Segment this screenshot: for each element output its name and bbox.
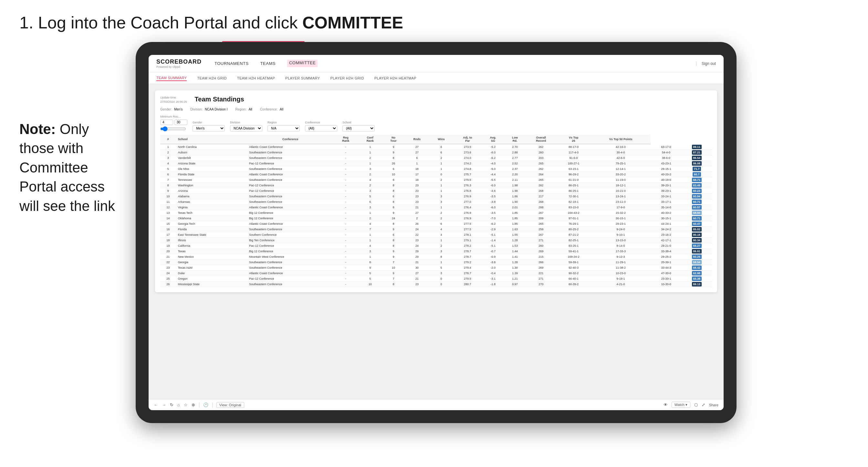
cell-record: 42-16-0	[591, 144, 651, 150]
cell-rank: 12	[160, 205, 176, 210]
toolbar-bookmark-icon[interactable]: ☆	[184, 402, 188, 407]
share-button[interactable]: Share	[709, 403, 718, 407]
cell-school: Alabama	[176, 194, 247, 199]
cell-adj-par: 278.2	[453, 243, 482, 249]
toolbar-plus-icon[interactable]: ⊕	[192, 402, 195, 407]
cell-wins: 2	[429, 243, 453, 249]
cell-vs50: 60.94	[682, 194, 712, 199]
cell-no-tour: 10	[382, 265, 404, 271]
cell-wins: 4	[429, 232, 453, 238]
subnav-player-h2h-grid[interactable]: PLAYER H2H GRID	[331, 75, 364, 81]
cell-overall: 59-39-1	[556, 260, 590, 265]
cell-avg-sg: 2.11	[504, 177, 526, 183]
cell-overall: 100-27-1	[556, 161, 590, 166]
nav-tournaments[interactable]: TOURNAMENTS	[215, 60, 249, 67]
subnav-team-h2h-grid[interactable]: TEAM H2H GRID	[197, 75, 226, 81]
cell-rank: 24	[160, 271, 176, 276]
cell-wins: 8	[429, 254, 453, 260]
cell-low-rd: 264	[526, 172, 556, 177]
cell-low-rd: 221	[526, 271, 556, 276]
cell-vs25: 63-17-0	[651, 144, 681, 150]
cell-low-rd: 266	[526, 260, 556, 265]
toolbar-reload-icon[interactable]: ↻	[170, 402, 174, 407]
gender-select[interactable]: Men's Women's	[192, 125, 225, 131]
cell-no-tour: 26	[382, 161, 404, 166]
cell-reg-rank: -	[334, 172, 358, 177]
toolbar-clock-icon[interactable]: 🕐	[203, 402, 208, 407]
cell-low-rd: 265	[526, 221, 556, 227]
table-row: 23 Texas A&M Southeastern Conference - 9…	[160, 265, 712, 271]
subnav-team-summary[interactable]: TEAM SUMMARY	[156, 75, 187, 81]
cell-record: 23-11-0	[591, 199, 651, 205]
cell-no-tour: 8	[382, 155, 404, 161]
nav-sign-out[interactable]: Sign out	[696, 61, 716, 66]
cell-vs25: 33-17-1	[651, 199, 681, 205]
cell-adj-par: 280.7	[453, 282, 482, 287]
cell-conference: Southeastern Conference	[247, 150, 334, 155]
table-row: 8 Washington Pac-12 Conference - 2 8 23 …	[160, 183, 712, 188]
toolbar-expand-icon[interactable]: ⤢	[702, 402, 705, 407]
table-row: 9 Arizona Pac-12 Conference - 3 8 23 1 2…	[160, 188, 712, 194]
cell-school: Georgia Tech	[176, 221, 247, 227]
cell-diff: -6.2	[482, 155, 504, 161]
cell-conf-rank: 1	[358, 144, 382, 150]
cell-rnds: 26	[405, 221, 429, 227]
cell-school: East Tennessee State	[176, 232, 247, 238]
toolbar-back-icon[interactable]: ←	[154, 402, 158, 407]
cell-rnds: 21	[405, 276, 429, 282]
cell-rnds: 27	[405, 210, 429, 216]
min-rounds-input[interactable]	[160, 120, 173, 125]
cell-record: 12-14-1	[591, 166, 651, 172]
toolbar-home-icon[interactable]: ⌂	[177, 402, 180, 407]
division-select[interactable]: NCAA Division I	[230, 125, 262, 131]
cell-conference: Big Ten Conference	[247, 238, 334, 243]
cell-adj-par: 276.4	[453, 205, 482, 210]
cell-rnds: 2	[405, 216, 429, 221]
main-content: Update time: 27/03/2024 16:56:26 Team St…	[149, 84, 723, 399]
region-value: All	[249, 107, 252, 111]
cell-no-tour: 9	[382, 210, 404, 216]
cell-no-tour: 6	[382, 177, 404, 183]
cell-diff: -3.5	[482, 194, 504, 199]
cell-conference: Atlantic Coast Conference	[247, 144, 334, 150]
cell-diff: -1.4	[482, 238, 504, 243]
cell-school: Ole Miss	[176, 166, 247, 172]
cell-record: 4-21-0	[591, 282, 651, 287]
rounds-slider[interactable]	[160, 126, 186, 131]
division-value: NCAA Division I	[205, 107, 228, 111]
cell-conference: Pac-12 Conference	[247, 161, 334, 166]
subnav-player-summary[interactable]: PLAYER SUMMARY	[285, 75, 320, 81]
cell-vs25: 47-30-0	[651, 271, 681, 276]
cell-vs25: 42-17-1	[651, 238, 681, 243]
region-select[interactable]: N/A	[268, 125, 300, 131]
watch-button[interactable]: Watch ▾	[672, 402, 690, 408]
cell-conf-rank: 3	[358, 249, 382, 254]
cell-adj-par: 276.8	[453, 188, 482, 194]
cell-school: Arkansas	[176, 199, 247, 205]
cell-diff: -5.5	[482, 177, 504, 183]
cell-reg-rank: -	[334, 260, 358, 265]
cell-conference: Southeastern Conference	[247, 282, 334, 287]
col-avg-sg: Avg.SG	[482, 135, 504, 144]
subnav-team-h2h-heatmap[interactable]: TEAM H2H HEATMAP	[237, 75, 275, 81]
cell-rnds: 23	[405, 238, 429, 243]
subnav-player-h2h-heatmap[interactable]: PLAYER H2H HEATMAP	[374, 75, 416, 81]
max-rounds-input[interactable]	[175, 120, 187, 125]
step-text: Log into the Coach Portal and click	[38, 13, 302, 32]
toolbar-share-icon[interactable]: ⬡	[694, 402, 698, 407]
cell-rnds: 27	[405, 144, 429, 150]
toolbar-forward-icon[interactable]: →	[162, 402, 166, 407]
cell-adj-par: 278.1	[453, 232, 482, 238]
school-select[interactable]: (All)	[342, 125, 375, 131]
nav-teams[interactable]: TEAMS	[260, 60, 276, 67]
col-rank: #	[160, 135, 176, 144]
cell-wins: 6	[429, 150, 453, 155]
view-original-button[interactable]: View: Original	[216, 402, 244, 408]
conference-select[interactable]: (All)	[305, 125, 337, 131]
division-label: Division:	[190, 107, 203, 111]
cell-vs25: 10-30-0	[651, 282, 681, 287]
cell-avg-sg: 2.37	[504, 166, 526, 172]
cell-overall: 76-29-1	[556, 221, 590, 227]
cell-conference: Pac-12 Conference	[247, 276, 334, 282]
nav-committee[interactable]: COMMITTEE	[287, 60, 318, 67]
